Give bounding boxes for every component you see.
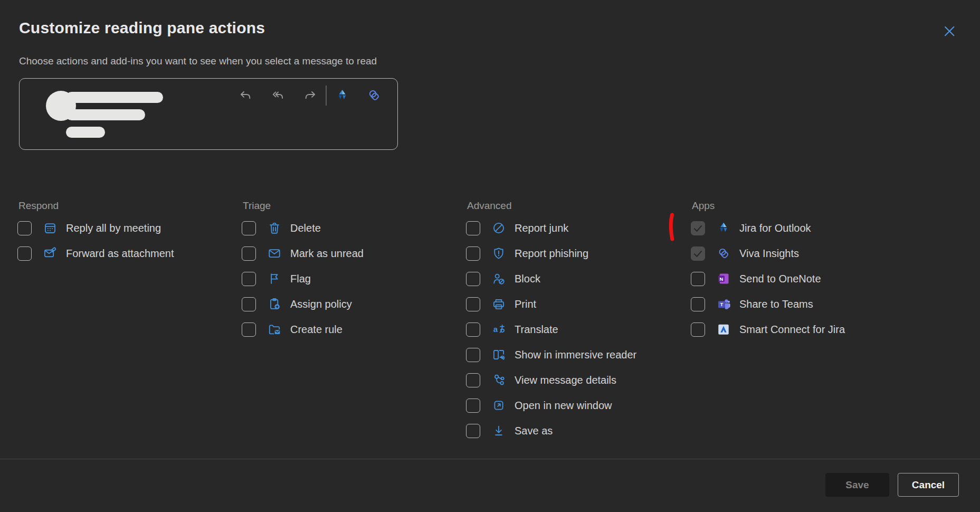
red-pen-annotation [667,213,677,241]
block-icon [492,272,506,286]
checkbox-share-to-teams[interactable] [691,297,705,311]
action-label-mark-as-unread: Mark as unread [290,248,364,260]
action-label-jira-for-outlook: Jira for Outlook [739,222,811,234]
action-label-open-in-new-window: Open in new window [515,400,612,412]
action-row-forward-as-attachment: Forward as attachment [17,241,174,266]
trash-icon [268,221,281,235]
jira-logo-icon [717,221,730,235]
action-row-delete: Delete [242,215,364,241]
text-placeholder-bar [66,92,163,103]
save-as-icon [492,424,506,438]
customize-reading-pane-dialog: Customize reading pane actions Choose ac… [0,0,980,512]
action-label-report-junk: Report junk [515,222,568,234]
unread-envelope-icon [268,246,281,260]
checkbox-reply-all-by-meeting[interactable] [17,221,32,235]
dialog-subtitle: Choose actions and add-ins you want to s… [19,55,377,67]
action-label-smart-connect-for-jira: Smart Connect for Jira [739,324,845,336]
action-label-block: Block [515,273,540,285]
action-row-share-to-teams: TShare to Teams [691,291,845,317]
report-junk-icon [492,221,506,235]
flag-icon [268,272,281,286]
toolbar-divider [326,86,327,106]
action-label-forward-as-attachment: Forward as attachment [66,248,174,260]
checkbox-report-phishing[interactable] [466,246,480,261]
checkbox-smart-connect-for-jira[interactable] [691,323,705,337]
close-icon [941,23,956,38]
action-label-print: Print [515,298,536,310]
create-rule-icon [268,323,281,336]
action-label-create-rule: Create rule [290,324,342,336]
action-label-viva-insights: Viva Insights [739,248,799,260]
message-details-icon [492,373,506,387]
onenote-logo-icon: N [717,272,730,286]
action-row-translate: aTranslate [466,317,636,342]
section-header-respond: Respond [18,200,59,212]
checkbox-assign-policy[interactable] [242,297,256,311]
checkbox-jira-for-outlook [691,221,705,235]
checkbox-forward-as-attachment[interactable] [17,246,32,261]
close-button[interactable] [939,21,958,40]
action-row-assign-policy: Assign policy [242,291,364,317]
cancel-button[interactable]: Cancel [898,473,959,497]
section-respond: Reply all by meetingForward as attachmen… [17,215,174,266]
action-label-translate: Translate [515,324,558,336]
action-row-smart-connect-for-jira: Smart Connect for Jira [691,317,845,342]
action-row-print: Print [466,291,636,317]
action-row-report-phishing: Report phishing [466,241,636,266]
action-row-view-message-details: View message details [466,367,636,393]
action-label-reply-all-by-meeting: Reply all by meeting [66,222,161,234]
attach-forward-icon [43,246,57,260]
action-row-block: Block [466,266,636,291]
checkbox-report-junk[interactable] [466,221,480,235]
meeting-reply-icon [43,221,57,235]
action-row-open-in-new-window: Open in new window [466,393,636,418]
checkbox-print[interactable] [466,297,480,311]
assign-policy-icon [268,297,281,311]
action-row-send-to-onenote: NSend to OneNote [691,266,845,291]
checkbox-block[interactable] [466,272,480,286]
smart-connect-jira-logo-icon [717,323,730,336]
checkbox-delete[interactable] [242,221,256,235]
section-header-apps: Apps [692,200,715,212]
section-triage: DeleteMark as unreadFlagAssign policyCre… [242,215,364,342]
checkbox-translate[interactable] [466,323,480,337]
svg-text:a: a [493,325,498,334]
report-phishing-icon [492,246,506,260]
action-label-report-phishing: Report phishing [515,248,588,260]
action-row-mark-as-unread: Mark as unread [242,241,364,266]
reading-pane-preview-card [19,78,398,150]
svg-text:N: N [720,276,724,282]
checkbox-mark-as-unread[interactable] [242,246,256,261]
checkbox-show-in-immersive-reader[interactable] [466,348,480,362]
viva-insights-logo-icon [717,246,730,260]
save-button: Save [825,473,889,497]
section-header-triage: Triage [243,200,271,212]
text-placeholder-bar [66,109,145,120]
action-label-send-to-onenote: Send to OneNote [739,273,821,285]
section-header-advanced: Advanced [467,200,512,212]
checkbox-viva-insights [691,246,705,261]
action-row-show-in-immersive-reader: Show in immersive reader [466,342,636,367]
checkbox-flag[interactable] [242,272,256,286]
action-label-delete: Delete [290,222,321,234]
action-label-view-message-details: View message details [515,374,616,386]
jira-logo-icon [335,88,349,102]
action-row-report-junk: Report junk [466,215,636,241]
text-placeholder-bar [66,127,105,138]
forward-arrow-icon [303,88,318,102]
action-label-assign-policy: Assign policy [290,298,352,310]
checkbox-save-as[interactable] [466,424,480,438]
checkbox-open-in-new-window[interactable] [466,399,480,413]
checkbox-send-to-onenote[interactable] [691,272,705,286]
action-label-save-as: Save as [515,425,553,437]
section-advanced: Report junkReport phishingBlockPrintaTra… [466,215,636,443]
action-row-save-as: Save as [466,418,636,443]
reply-all-arrow-icon [271,88,285,102]
action-row-reply-all-by-meeting: Reply all by meeting [17,215,174,241]
checkbox-view-message-details[interactable] [466,373,480,387]
reply-arrow-icon [238,88,252,102]
teams-logo-icon: T [717,297,730,311]
action-row-viva-insights: Viva Insights [691,241,845,266]
checkbox-create-rule[interactable] [242,323,256,337]
immersive-reader-icon [492,348,506,362]
